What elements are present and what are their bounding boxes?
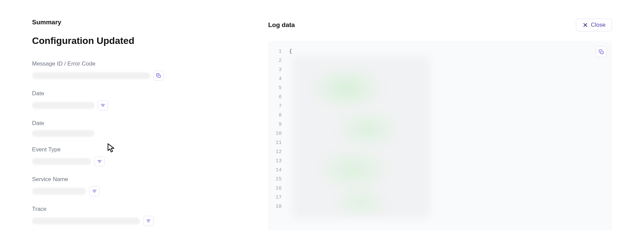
line-number: 17 xyxy=(268,193,285,202)
field-value-service-name xyxy=(32,188,86,195)
line-number: 13 xyxy=(268,156,285,166)
line-number: 6 xyxy=(268,93,285,102)
line-number: 16 xyxy=(268,184,285,193)
summary-panel: Summary Configuration Updated Message ID… xyxy=(32,19,268,250)
line-number: 11 xyxy=(268,138,285,147)
filter-icon xyxy=(97,159,102,164)
line-number: 8 xyxy=(268,111,285,120)
field-value-trace xyxy=(32,218,140,224)
field-label-service-name: Service Name xyxy=(32,176,255,183)
line-number: 2 xyxy=(268,56,285,65)
filter-icon xyxy=(100,103,106,108)
field-label-event-type: Event Type xyxy=(32,146,255,153)
line-number: 14 xyxy=(268,166,285,175)
code-blur-content xyxy=(292,56,430,218)
line-number: 10 xyxy=(268,129,285,138)
field-message-id: Message ID / Error Code xyxy=(32,60,255,81)
field-event-type: Event Type xyxy=(32,146,255,167)
line-number: 1 xyxy=(268,47,285,56)
field-value-event-type xyxy=(32,158,91,165)
field-date-1: Date xyxy=(32,90,255,110)
line-number: 18 xyxy=(268,202,285,211)
field-date-2: Date xyxy=(32,120,255,137)
copy-icon xyxy=(156,73,161,78)
copy-icon xyxy=(598,49,604,55)
close-button-label: Close xyxy=(591,22,606,28)
svg-rect-0 xyxy=(158,75,160,77)
filter-trace-button[interactable] xyxy=(143,216,153,226)
filter-icon xyxy=(146,218,151,224)
close-icon xyxy=(582,22,588,28)
copy-message-id-button[interactable] xyxy=(153,71,164,81)
filter-event-type-button[interactable] xyxy=(94,156,105,167)
close-button[interactable]: Close xyxy=(576,19,612,31)
copy-code-button[interactable] xyxy=(596,46,607,57)
line-number: 7 xyxy=(268,102,285,111)
field-label-date-2: Date xyxy=(32,120,255,127)
svg-rect-15 xyxy=(600,51,603,54)
line-number: 9 xyxy=(268,120,285,129)
filter-service-name-button[interactable] xyxy=(89,186,100,196)
page-title: Configuration Updated xyxy=(32,35,255,46)
filter-icon xyxy=(92,189,97,194)
code-content: { xyxy=(289,47,292,56)
code-line-1: { xyxy=(289,47,292,56)
field-trace: Trace xyxy=(32,206,255,226)
line-number: 3 xyxy=(268,65,285,74)
field-label-trace: Trace xyxy=(32,206,255,212)
code-gutter: 123456789101112131415161718 xyxy=(268,47,285,211)
field-label-message-id: Message ID / Error Code xyxy=(32,60,255,67)
summary-header: Summary xyxy=(32,19,255,26)
field-value-message-id xyxy=(32,72,150,79)
line-number: 5 xyxy=(268,83,285,93)
code-area: 123456789101112131415161718 { xyxy=(268,41,612,230)
line-number: 15 xyxy=(268,175,285,184)
field-label-date-1: Date xyxy=(32,90,255,97)
field-service-name: Service Name xyxy=(32,176,255,196)
line-number: 4 xyxy=(268,74,285,83)
field-value-date-2 xyxy=(32,130,94,137)
line-number: 12 xyxy=(268,147,285,156)
filter-date-1-button[interactable] xyxy=(98,100,108,110)
logdata-header: Log data xyxy=(268,21,295,29)
field-value-date-1 xyxy=(32,102,94,109)
logdata-panel: Log data Close 1234567891011121314151617… xyxy=(268,19,612,250)
